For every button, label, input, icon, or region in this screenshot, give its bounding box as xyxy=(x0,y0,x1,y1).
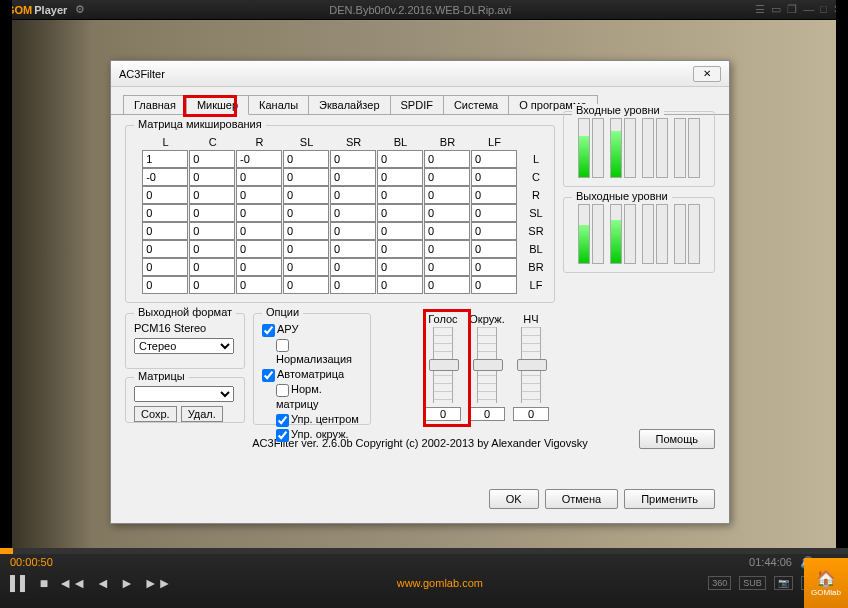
matrix-cell-1-3[interactable] xyxy=(283,168,329,186)
lfe-value-input[interactable] xyxy=(513,407,549,421)
matrix-cell-4-3[interactable] xyxy=(283,222,329,240)
matrix-cell-2-4[interactable] xyxy=(330,186,376,204)
ok-button[interactable]: OK xyxy=(489,489,539,509)
window-btn-3[interactable]: ❐ xyxy=(787,3,797,16)
matrix-cell-1-6[interactable] xyxy=(424,168,470,186)
btn-screenshot[interactable]: 📷 xyxy=(774,576,793,590)
matrix-cell-5-3[interactable] xyxy=(283,240,329,258)
matrix-preset-select[interactable] xyxy=(134,386,234,402)
matrix-cell-3-2[interactable] xyxy=(236,204,282,222)
btn-sub[interactable]: SUB xyxy=(739,576,766,590)
matrix-cell-0-6[interactable] xyxy=(424,150,470,168)
matrix-cell-4-7[interactable] xyxy=(471,222,517,240)
opt-center-checkbox[interactable] xyxy=(276,414,289,427)
matrix-cell-0-0[interactable] xyxy=(142,150,188,168)
matrix-cell-1-2[interactable] xyxy=(236,168,282,186)
matrix-cell-1-1[interactable] xyxy=(189,168,235,186)
matrix-cell-6-1[interactable] xyxy=(189,258,235,276)
matrix-cell-7-3[interactable] xyxy=(283,276,329,294)
matrix-cell-3-3[interactable] xyxy=(283,204,329,222)
output-format-select[interactable]: Стерео xyxy=(134,338,234,354)
next-button[interactable]: ►► xyxy=(144,575,172,591)
matrix-cell-4-1[interactable] xyxy=(189,222,235,240)
matrix-cell-6-5[interactable] xyxy=(377,258,423,276)
apply-button[interactable]: Применить xyxy=(624,489,715,509)
lfe-slider[interactable] xyxy=(521,327,541,403)
matrix-cell-5-4[interactable] xyxy=(330,240,376,258)
opt-surround-checkbox[interactable] xyxy=(276,429,289,442)
help-button[interactable]: Помощь xyxy=(639,429,716,449)
window-btn-2[interactable]: ▭ xyxy=(771,3,781,16)
cancel-button[interactable]: Отмена xyxy=(545,489,618,509)
tab-spdif[interactable]: SPDIF xyxy=(390,95,444,114)
tab-channels[interactable]: Каналы xyxy=(248,95,309,114)
maximize-icon[interactable]: □ xyxy=(820,3,827,16)
matrix-cell-4-4[interactable] xyxy=(330,222,376,240)
matrix-cell-2-3[interactable] xyxy=(283,186,329,204)
opt-automatrix-checkbox[interactable] xyxy=(262,369,275,382)
matrix-cell-0-7[interactable] xyxy=(471,150,517,168)
window-btn-1[interactable]: ☰ xyxy=(755,3,765,16)
gomlab-link[interactable]: www.gomlab.com xyxy=(181,577,698,589)
dialog-close-button[interactable]: ✕ xyxy=(693,66,721,82)
matrix-cell-6-3[interactable] xyxy=(283,258,329,276)
matrix-cell-2-1[interactable] xyxy=(189,186,235,204)
matrix-cell-1-7[interactable] xyxy=(471,168,517,186)
btn-360[interactable]: 360 xyxy=(708,576,731,590)
tab-mixer[interactable]: Микшер xyxy=(186,95,249,115)
matrix-cell-7-4[interactable] xyxy=(330,276,376,294)
matrix-cell-3-1[interactable] xyxy=(189,204,235,222)
prev-button[interactable]: ◄◄ xyxy=(58,575,86,591)
matrix-cell-6-2[interactable] xyxy=(236,258,282,276)
matrix-cell-1-0[interactable] xyxy=(142,168,188,186)
matrix-cell-3-7[interactable] xyxy=(471,204,517,222)
matrix-cell-5-7[interactable] xyxy=(471,240,517,258)
matrix-cell-0-2[interactable] xyxy=(236,150,282,168)
matrix-cell-3-5[interactable] xyxy=(377,204,423,222)
matrix-cell-6-6[interactable] xyxy=(424,258,470,276)
matrix-cell-7-7[interactable] xyxy=(471,276,517,294)
matrix-cell-5-0[interactable] xyxy=(142,240,188,258)
tab-eq[interactable]: Эквалайзер xyxy=(308,95,390,114)
matrix-cell-1-5[interactable] xyxy=(377,168,423,186)
matrix-cell-4-5[interactable] xyxy=(377,222,423,240)
matrix-cell-3-6[interactable] xyxy=(424,204,470,222)
tab-main[interactable]: Главная xyxy=(123,95,187,114)
matrix-cell-0-3[interactable] xyxy=(283,150,329,168)
surround-value-input[interactable] xyxy=(469,407,505,421)
matrix-cell-7-2[interactable] xyxy=(236,276,282,294)
matrix-cell-0-5[interactable] xyxy=(377,150,423,168)
matrix-cell-5-1[interactable] xyxy=(189,240,235,258)
voice-value-input[interactable] xyxy=(425,407,461,421)
opt-norm-checkbox[interactable] xyxy=(276,339,289,352)
home-button[interactable]: 🏠GOMlab xyxy=(804,558,848,608)
voice-slider[interactable] xyxy=(433,327,453,403)
matrix-cell-6-0[interactable] xyxy=(142,258,188,276)
delete-matrix-button[interactable]: Удал. xyxy=(181,406,223,422)
surround-slider[interactable] xyxy=(477,327,497,403)
matrix-cell-7-1[interactable] xyxy=(189,276,235,294)
settings-icon[interactable]: ⚙ xyxy=(75,3,85,16)
matrix-cell-7-0[interactable] xyxy=(142,276,188,294)
forward-button[interactable]: ► xyxy=(120,575,134,591)
rewind-button[interactable]: ◄ xyxy=(96,575,110,591)
matrix-cell-5-2[interactable] xyxy=(236,240,282,258)
matrix-cell-3-4[interactable] xyxy=(330,204,376,222)
matrix-cell-7-5[interactable] xyxy=(377,276,423,294)
matrix-cell-3-0[interactable] xyxy=(142,204,188,222)
matrix-cell-1-4[interactable] xyxy=(330,168,376,186)
matrix-cell-0-4[interactable] xyxy=(330,150,376,168)
matrix-cell-7-6[interactable] xyxy=(424,276,470,294)
pause-button[interactable]: ▌▌ xyxy=(10,575,30,591)
matrix-cell-2-0[interactable] xyxy=(142,186,188,204)
opt-norm-matrix-checkbox[interactable] xyxy=(276,384,289,397)
matrix-cell-5-6[interactable] xyxy=(424,240,470,258)
matrix-cell-4-2[interactable] xyxy=(236,222,282,240)
matrix-cell-4-6[interactable] xyxy=(424,222,470,240)
matrix-cell-2-5[interactable] xyxy=(377,186,423,204)
stop-button[interactable]: ■ xyxy=(40,575,48,591)
seek-bar[interactable] xyxy=(0,548,848,554)
matrix-cell-5-5[interactable] xyxy=(377,240,423,258)
matrix-cell-2-6[interactable] xyxy=(424,186,470,204)
minimize-icon[interactable]: — xyxy=(803,3,814,16)
